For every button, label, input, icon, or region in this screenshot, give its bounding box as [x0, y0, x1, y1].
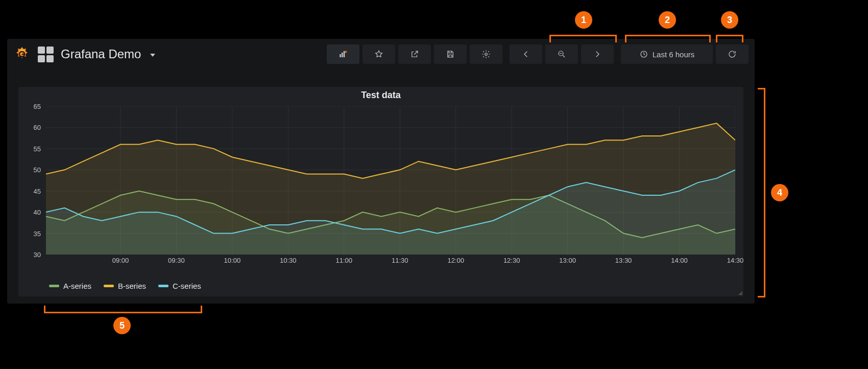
y-tick-label: 60 [34, 124, 41, 131]
time-back-button[interactable] [510, 44, 542, 64]
time-range-picker[interactable]: Last 6 hours [621, 44, 713, 64]
y-tick-label: 50 [34, 166, 41, 174]
add-panel-button[interactable] [327, 44, 359, 64]
x-tick-label: 14:00 [671, 257, 688, 264]
star-icon [374, 50, 383, 59]
panel-title: Test data [18, 87, 743, 101]
legend-label: A-series [63, 282, 91, 290]
graph-panel[interactable]: Test data 3035404550556065 09:0009:3010:… [18, 87, 743, 296]
gear-icon [481, 50, 491, 59]
annotation-badge-1: 1 [575, 11, 592, 29]
svg-rect-2 [342, 53, 343, 57]
bar-chart-plus-icon [339, 50, 348, 59]
save-icon [446, 50, 455, 59]
star-button[interactable] [363, 44, 395, 64]
y-tick-label: 65 [34, 103, 41, 110]
legend-swatch [49, 285, 59, 287]
y-tick-label: 40 [34, 209, 41, 216]
legend-item[interactable]: A-series [49, 282, 91, 290]
chevron-down-icon [150, 54, 155, 57]
dashboard-picker[interactable]: Grafana Demo [38, 47, 155, 62]
x-tick-label: 13:30 [615, 257, 632, 264]
y-tick-label: 55 [34, 145, 41, 152]
refresh-icon [728, 50, 737, 59]
legend-label: B-series [118, 282, 146, 290]
zoom-out-button[interactable] [545, 44, 578, 64]
time-forward-button[interactable] [581, 44, 614, 64]
save-button[interactable] [434, 44, 467, 64]
settings-button[interactable] [470, 44, 502, 64]
y-axis-ticks: 3035404550556065 [18, 106, 44, 255]
clock-icon [639, 50, 648, 59]
annotation-badge-5: 5 [113, 317, 131, 334]
annotation-badge-2: 2 [659, 11, 676, 29]
x-tick-label: 09:00 [112, 257, 129, 264]
svg-rect-1 [340, 54, 341, 57]
svg-point-4 [485, 53, 488, 56]
chevron-right-icon [593, 50, 602, 59]
x-tick-label: 11:00 [336, 257, 353, 264]
annotation-badge-4: 4 [771, 184, 788, 201]
refresh-button[interactable] [716, 44, 749, 64]
y-tick-label: 30 [34, 251, 41, 259]
x-tick-label: 13:00 [559, 257, 576, 264]
zoom-out-icon [557, 50, 566, 59]
legend-label: C-series [173, 282, 201, 290]
grafana-logo-icon[interactable] [13, 45, 31, 63]
annotation-badge-3: 3 [721, 11, 738, 29]
time-range-label: Last 6 hours [653, 50, 695, 59]
x-axis-ticks: 09:0009:3010:0010:3011:0011:3012:0012:30… [46, 257, 735, 268]
legend-swatch [158, 285, 168, 287]
x-tick-label: 11:30 [392, 257, 408, 264]
chart-legend: A-seriesB-seriesC-series [49, 282, 201, 290]
x-tick-label: 14:30 [727, 257, 744, 264]
x-tick-label: 12:30 [503, 257, 520, 264]
chart-plot-area[interactable] [46, 106, 735, 255]
y-tick-label: 35 [34, 229, 41, 237]
legend-item[interactable]: B-series [104, 282, 146, 290]
legend-item[interactable]: C-series [158, 282, 201, 290]
x-tick-label: 10:30 [280, 257, 297, 264]
legend-swatch [104, 285, 114, 287]
chevron-left-icon [521, 50, 531, 59]
x-tick-label: 12:00 [447, 257, 464, 264]
dashboard-grid-icon [38, 47, 54, 62]
svg-rect-3 [344, 51, 345, 57]
x-tick-label: 10:00 [224, 257, 241, 264]
y-tick-label: 45 [34, 187, 41, 195]
x-tick-label: 09:30 [168, 257, 185, 264]
resize-handle-icon[interactable]: ◢ [738, 290, 741, 295]
dashboard-title: Grafana Demo [61, 47, 141, 61]
share-button[interactable] [398, 44, 431, 64]
share-icon [410, 50, 419, 59]
